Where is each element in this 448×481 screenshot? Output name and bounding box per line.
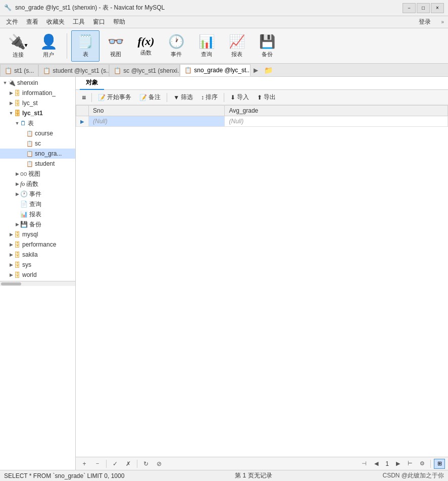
sidebar-table-snograde[interactable]: 📋 sno_gra...	[0, 149, 75, 159]
sidebar-table-sc[interactable]: 📋 sc	[0, 138, 75, 149]
sidebar-connection[interactable]: ▼ 🔌 shenxin	[0, 78, 75, 88]
confirm-button[interactable]: ✓	[110, 459, 121, 469]
hamburger-button[interactable]: ≡	[79, 92, 89, 103]
event-group-label: 事件	[29, 190, 41, 199]
pagination-first[interactable]: ⊣	[359, 459, 369, 469]
toolbar-query[interactable]: 📊 查询	[192, 30, 221, 62]
grid-view-button[interactable]: ⊞	[434, 459, 445, 469]
pagination-prev[interactable]: ◀	[371, 459, 381, 469]
menu-favorites[interactable]: 收藏夹	[42, 17, 69, 27]
sidebar-group-table[interactable]: ▼ 🗒 表	[0, 118, 75, 128]
expand-lycst[interactable]: ▶	[8, 101, 14, 106]
sidebar-hscroll[interactable]	[0, 281, 75, 286]
db-icon-sakila: 🗄	[14, 251, 21, 259]
col-sno: Sno	[89, 106, 225, 116]
report-icon: 📈	[229, 34, 245, 50]
sidebar-db-world[interactable]: ▶ 🗄 world	[0, 270, 75, 280]
expand-backup-group[interactable]: ▶	[14, 222, 20, 227]
sidebar-db-mysql[interactable]: ▶ 🗄 mysql	[0, 229, 75, 239]
toolbar-function[interactable]: f(x) 函数	[132, 30, 160, 62]
toolbar-event[interactable]: 🕐 事件	[162, 30, 190, 62]
expand-mysql[interactable]: ▶	[8, 232, 14, 237]
sidebar-group-report[interactable]: 📊 报表	[0, 209, 75, 219]
close-button[interactable]: ×	[431, 3, 444, 13]
menu-tools[interactable]: 工具	[69, 17, 89, 27]
expand-view-group[interactable]: ▶	[14, 171, 20, 176]
bottom-toolbar: + － ✓ ✗ ↻ ⊘ ⊣ ◀ 1 ▶ ⊢ ⚙ ⊞	[76, 457, 448, 470]
menu-view[interactable]: 查看	[22, 17, 42, 27]
toolbar-connect[interactable]: 🔌 ▼ 连接	[4, 30, 32, 62]
sidebar-group-view[interactable]: ▶ oo 视图	[0, 169, 75, 179]
expand-performance[interactable]: ▶	[8, 242, 14, 247]
add-row-button[interactable]: +	[79, 459, 90, 469]
sidebar-table-course[interactable]: 📋 course	[0, 128, 75, 138]
tab-st1[interactable]: 📋 st1 (s...	[0, 64, 38, 76]
sidebar-db-lycst1[interactable]: ▼ 🗄 lyc_st1	[0, 108, 75, 118]
tab-snograde[interactable]: 📋 sno_grade @lyc_st...	[180, 64, 251, 76]
connection-label: shenxin	[17, 79, 38, 86]
cancel-edit-button[interactable]: ✗	[123, 459, 134, 469]
table-row[interactable]: ▶ (Null) (Null)	[76, 116, 448, 127]
cell-avg-grade-0[interactable]: (Null)	[225, 116, 448, 127]
expand-event-group[interactable]: ▶	[14, 191, 20, 197]
expand-func-group[interactable]: ▶	[14, 181, 20, 186]
expand-information[interactable]: ▶	[8, 90, 14, 95]
begin-transaction-button[interactable]: 📝 开始事务	[94, 91, 135, 103]
comment-button[interactable]: 📝 备注	[136, 91, 164, 103]
delete-row-button[interactable]: －	[92, 459, 103, 469]
sort-button[interactable]: ↕ 排序	[197, 91, 221, 103]
cell-sno-0[interactable]: (Null)	[89, 116, 225, 127]
table-icon-student: 📋	[26, 161, 33, 167]
import-button[interactable]: ⬇ 导入	[227, 91, 253, 103]
sidebar-group-func[interactable]: ▶ fo 函数	[0, 179, 75, 189]
maximize-button[interactable]: □	[417, 3, 430, 13]
expand-lycst1[interactable]: ▼	[8, 111, 14, 116]
toolbar-table[interactable]: 🗒️ 表	[71, 30, 99, 62]
sidebar-group-event[interactable]: ▶ 🕐 事件	[0, 189, 75, 199]
toolbar-divider-1	[67, 33, 67, 59]
minimize-button[interactable]: －	[403, 3, 416, 13]
expand-shenxin[interactable]: ▼	[2, 80, 8, 85]
menu-more-chevron[interactable]: »	[439, 18, 446, 26]
sidebar-db-performance[interactable]: ▶ 🗄 performance	[0, 239, 75, 250]
menu-window[interactable]: 窗口	[89, 17, 109, 27]
menu-help[interactable]: 帮助	[109, 17, 129, 27]
toolbar-report[interactable]: 📈 报表	[223, 30, 251, 62]
export-button[interactable]: ⬆ 导出	[254, 91, 279, 103]
toolbar-user[interactable]: 👤 用户	[34, 30, 63, 62]
pagination-last[interactable]: ⊢	[405, 459, 415, 469]
sidebar-db-sakila[interactable]: ▶ 🗄 sakila	[0, 250, 75, 260]
expand-sakila[interactable]: ▶	[8, 252, 14, 257]
toolbar-view[interactable]: 👓 视图	[102, 30, 130, 62]
tab-new-button[interactable]: 📁	[261, 64, 276, 76]
sidebar-group-query[interactable]: 📄 查询	[0, 199, 75, 209]
pagination-settings[interactable]: ⚙	[417, 459, 427, 469]
filter-button[interactable]: ▼ 筛选	[170, 91, 196, 103]
tab-sc[interactable]: 📋 sc @lyc_st1 (shenxi...	[109, 64, 180, 76]
expand-world[interactable]: ▶	[8, 272, 14, 277]
view-group-icon: oo	[20, 170, 27, 177]
menu-file[interactable]: 文件	[2, 17, 22, 27]
stop-button[interactable]: ⊘	[154, 459, 165, 469]
sidebar-db-sys[interactable]: ▶ 🗄 sys	[0, 260, 75, 270]
refresh-button[interactable]: ↻	[140, 459, 152, 469]
sort-label: 排序	[206, 93, 218, 102]
pagination-next[interactable]: ▶	[393, 459, 403, 469]
db-label-lycst1: lyc_st1	[22, 110, 43, 117]
sidebar-group-backup[interactable]: ▶ 💾 备份	[0, 219, 75, 229]
sidebar-table-student[interactable]: 📋 student	[0, 159, 75, 169]
expand-table-group[interactable]: ▼	[14, 121, 20, 126]
db-label-world: world	[22, 271, 37, 278]
toolbar-backup[interactable]: 💾 备份	[253, 30, 281, 62]
tab-more-button[interactable]: ▶	[251, 64, 261, 76]
table-content: Sno Avg_grade ▶ (Null) (Null)	[76, 105, 448, 457]
sidebar-db-lycst[interactable]: ▶ 🗄 lyc_st	[0, 98, 75, 108]
tab-student[interactable]: 📋 student @lyc_st1 (s...	[38, 64, 109, 76]
login-button[interactable]: 登录	[415, 17, 435, 27]
expand-sys[interactable]: ▶	[8, 262, 14, 267]
tab-icon-snograde: 📋	[184, 67, 192, 74]
tab-objects[interactable]: 对象	[80, 77, 104, 90]
connect-arrow-icon: ▼	[24, 42, 29, 48]
sidebar-db-information[interactable]: ▶ 🗄 information_	[0, 88, 75, 98]
sidebar-tree: ▼ 🔌 shenxin ▶ 🗄 information_ ▶ 🗄 lyc_st	[0, 77, 75, 281]
